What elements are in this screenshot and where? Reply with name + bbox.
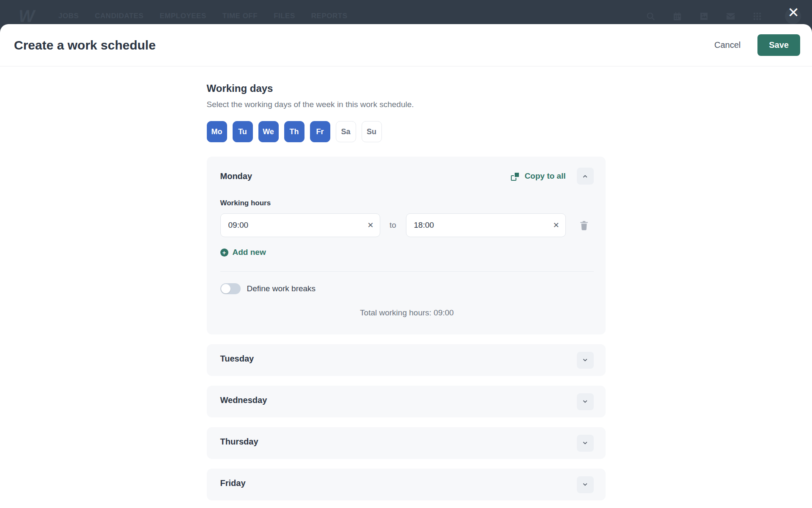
define-work-breaks-toggle[interactable] [220,283,241,294]
app-logo: W [19,7,47,26]
day-card-thursday: Thursday [207,427,606,459]
nav-menu: JOBS CANDIDATES EMPLOYEES TIME OFF FILES… [58,12,347,20]
search-icon[interactable] [646,11,656,21]
apps-grid-icon[interactable] [752,11,762,21]
close-modal-button[interactable]: ✕ [784,3,803,22]
close-icon: ✕ [787,5,799,20]
toggle-knob [221,284,230,293]
save-button[interactable]: Save [757,34,800,56]
chevron-up-icon [582,173,588,179]
expand-friday-button[interactable] [577,476,594,493]
copy-to-all-label: Copy to all [524,171,565,181]
chevron-down-icon [582,398,588,405]
nav-item-candidates[interactable]: CANDIDATES [95,12,143,20]
to-label: to [380,221,406,230]
chevron-down-icon [582,481,588,488]
work-breaks-row: Define work breaks [220,283,594,294]
work-breaks-label: Define work breaks [247,284,316,293]
create-work-schedule-modal: Create a work schedule Cancel Save Worki… [0,24,812,508]
delete-interval-button[interactable] [579,220,590,231]
cancel-button[interactable]: Cancel [714,40,741,50]
day-card-monday: Monday Copy to all Working hours ✕ to [207,157,606,334]
modal-content: Working days Select the working days of … [207,66,606,500]
chevron-down-icon [582,440,588,446]
day-toggle-mo[interactable]: Mo [207,121,227,142]
add-new-button[interactable]: + Add new [220,248,266,257]
working-days-title: Working days [207,83,606,94]
day-toggle-sa[interactable]: Sa [336,121,356,142]
end-time-input[interactable] [406,213,566,237]
total-hours-text: Total working hours: 09:00 [220,308,594,318]
modal-title: Create a work schedule [14,38,156,52]
working-days-subtitle: Select the working days of the week in t… [207,100,606,109]
expand-tuesday-button[interactable] [577,352,594,369]
modal-header: Create a work schedule Cancel Save [0,24,812,66]
day-toggle-th[interactable]: Th [284,121,304,142]
plus-icon: + [220,248,228,257]
day-card-title: Friday [220,478,246,488]
day-card-title: Tuesday [220,354,254,364]
calendar-icon[interactable] [672,11,682,21]
working-hours-label: Working hours [220,199,594,207]
day-card-tuesday: Tuesday [207,344,606,376]
start-time-wrap: ✕ [220,213,380,237]
day-card-title: Monday [220,171,252,181]
chevron-down-icon [582,357,588,363]
expand-wednesday-button[interactable] [577,393,594,410]
nav-right-icons [646,8,801,24]
add-new-label: Add new [233,248,266,257]
nav-item-reports[interactable]: REPORTS [311,12,348,20]
clear-start-time-button[interactable]: ✕ [367,221,373,229]
day-toggle-tu[interactable]: Tu [233,121,253,142]
nav-item-time-off[interactable]: TIME OFF [222,12,258,20]
working-hours-row: ✕ to ✕ [220,213,594,237]
day-card-title: Thursday [220,437,258,447]
nav-item-jobs[interactable]: JOBS [58,12,79,20]
start-time-input[interactable] [220,213,380,237]
day-toggle-su[interactable]: Su [362,121,382,142]
day-card-title: Wednesday [220,395,267,405]
nav-item-files[interactable]: FILES [274,12,295,20]
day-card-friday: Friday [207,469,606,500]
day-card-wednesday: Wednesday [207,386,606,417]
day-toggle-fr[interactable]: Fr [310,121,330,142]
end-time-wrap: ✕ [406,213,566,237]
day-toggle-row: Mo Tu We Th Fr Sa Su [207,121,606,142]
collapse-monday-button[interactable] [577,168,594,185]
header-actions: Cancel Save [714,34,800,56]
photo-icon[interactable] [699,11,709,21]
copy-to-all-button[interactable]: Copy to all [511,171,565,181]
mail-icon[interactable] [726,11,735,21]
divider [220,271,594,272]
expand-thursday-button[interactable] [577,435,594,452]
clear-end-time-button[interactable]: ✕ [553,221,559,229]
day-toggle-we[interactable]: We [258,121,279,142]
copy-icon [511,172,520,181]
nav-item-employees[interactable]: EMPLOYEES [159,12,206,20]
trash-icon [579,220,590,231]
monday-card-header: Monday Copy to all [220,168,594,185]
